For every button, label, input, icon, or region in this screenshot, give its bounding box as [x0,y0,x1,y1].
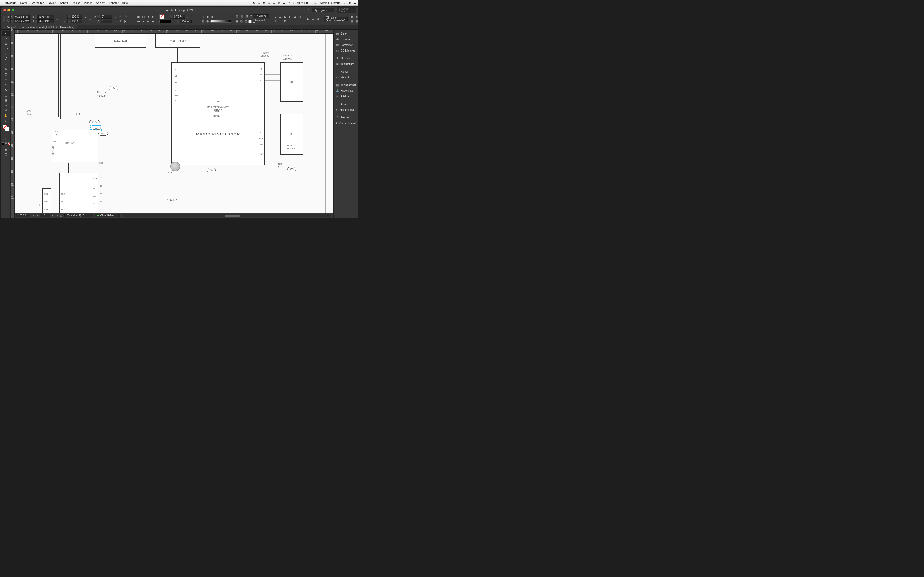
dd-icon[interactable]: ⌄ [113,15,117,19]
status-icon[interactable]: ⊕ [258,1,260,4]
menu-layout[interactable]: Layout [48,1,56,4]
flip-v-icon[interactable]: ⇵ [118,19,123,23]
distribute-h-icon[interactable]: ⫴ [273,19,278,23]
close-button[interactable] [3,9,6,11]
align-obj-top-icon[interactable]: ⊓ [288,15,292,19]
direct-selection-tool[interactable]: ▷ [2,36,10,41]
scale-y-field[interactable] [71,19,82,23]
tint-stepper[interactable]: ▴▾ [177,20,179,23]
cloud-icon[interactable]: ☁ [283,1,285,4]
h-field[interactable] [39,19,54,23]
menu-fenster[interactable]: Fenster [109,1,118,4]
menu-bearbeiten[interactable]: Bearbeiten [31,1,44,4]
stroke-weight-field[interactable] [173,15,185,19]
dd-icon[interactable]: ⌄ [113,19,117,23]
align-to-icon[interactable]: ⊞ [283,19,287,23]
workspace-switcher[interactable]: Typografie ⌄ [312,8,334,12]
note-tool[interactable]: ✑ [2,103,10,108]
app-menu[interactable]: InDesign [5,1,16,4]
apply-color-icon[interactable] [2,142,4,145]
nav-first-icon[interactable]: ⏮ [136,19,141,23]
menu-tabelle[interactable]: Tabelle [83,1,92,4]
menu-hilfe[interactable]: Hilfe [122,1,128,4]
key-obj-icon[interactable]: ▦ [316,17,320,21]
reference-point-grid[interactable] [3,16,5,23]
vertical-ruler[interactable]: 7580859095100105110115120125130135140 [11,30,15,218]
scissors-tool[interactable]: ✂ [2,82,10,87]
apply-text-icon[interactable]: T [2,136,10,142]
fill-swatch[interactable] [159,15,164,19]
dd-icon[interactable]: ⌄ [172,19,176,24]
tab-close-icon[interactable]: × [4,26,5,29]
sx-stepper[interactable]: ▴▾ [67,15,70,19]
constrain-icon[interactable]: ⛓ [55,17,58,21]
pencil-tool[interactable]: ✎ [2,67,10,72]
minimize-button[interactable] [8,9,10,11]
gap-tool[interactable]: ⟷ [2,46,10,51]
type-tool[interactable]: T [2,51,10,56]
panel-cc-libraries[interactable]: ▭CC Libraries [334,48,358,53]
clock[interactable]: 19:59 [310,1,318,4]
last-page-icon[interactable]: ⏭ [56,214,58,217]
view-mode-normal[interactable]: ▣ [2,147,10,152]
flip-h-icon[interactable]: ⇋ [128,15,132,19]
status-icon[interactable]: ◉ [263,1,265,4]
panel-absatzformate[interactable]: ¶Absatzformate [334,107,358,113]
rectangle-tool[interactable]: ▭ [2,77,10,82]
grid-3-icon[interactable]: ▤ [350,19,354,23]
grid-1-icon[interactable]: ▦ [350,15,354,19]
horizontal-ruler[interactable]: 1015202530354045505560657075808590951001… [15,30,333,34]
align-center-icon[interactable]: ▥ [240,14,244,18]
opacity-icon[interactable]: ◐ [205,19,210,23]
align-obj-hcenter-icon[interactable]: ⊐ [278,15,282,19]
textwrap-none-icon[interactable]: ▢ [200,15,205,19]
dist-space-v-icon[interactable]: ⊡ [311,17,315,21]
y-field[interactable] [14,19,30,23]
user-name[interactable]: Armin Hierstetter [320,1,341,4]
opacity-slider[interactable] [210,20,231,23]
select-prev-icon[interactable]: ◂ [146,15,150,19]
battery-status[interactable]: 55 % [ϟ] [297,1,308,4]
nav-next-icon[interactable]: ▸ [146,19,150,23]
menu-datei[interactable]: Datei [20,1,27,4]
panel-verlauf[interactable]: ▭Verlauf [334,74,358,80]
next-page-icon[interactable]: ▸ [52,214,53,217]
nav-prev-icon[interactable]: ◂ [141,19,145,23]
corner-icon[interactable]: ◰ [200,19,205,23]
scrollbar-thumb[interactable] [225,214,240,217]
apply-none-icon[interactable] [8,142,10,145]
rotate-field[interactable] [100,15,112,19]
align-obj-vcenter-icon[interactable]: ⊔ [293,15,297,19]
align-left-icon[interactable]: ▤ [235,14,239,18]
panel-textabschnitt[interactable]: ▤Textabschnitt [334,82,358,88]
rotate-cw-icon[interactable]: ↷ [123,15,128,19]
menu-ansicht[interactable]: Ansicht [96,1,105,4]
shear-field[interactable] [100,19,112,23]
dd-icon[interactable]: ⌄ [192,19,197,24]
siri-icon[interactable]: ◉ [348,1,351,4]
gradient-feather-tool[interactable]: ▦ [2,98,10,103]
fit-frame-icon[interactable]: ▣ [235,19,239,23]
first-page-icon[interactable]: ⏮ [32,214,34,217]
horizontal-scrollbar[interactable] [123,214,331,217]
dd-icon[interactable]: ⌄ [83,19,87,23]
panel-kontur[interactable]: ≡Kontur [334,69,358,74]
profile-dropdown[interactable]: [Grundprofil] (Ar…⌄ [65,214,93,218]
page-tool[interactable]: ⊞ [2,41,10,46]
weight-stepper[interactable]: ▴▾ [170,15,172,19]
share-icon[interactable]: ⇪ [307,8,309,12]
apply-container-icon[interactable]: ▢ [2,131,10,136]
adobe-stock-search[interactable]: ⌕Adobe Stock [337,7,356,13]
fill-stroke-swatch[interactable] [3,125,9,131]
select-next-icon[interactable]: ▸ [151,15,155,19]
dist-space-h-icon[interactable]: ⊡ [306,17,310,21]
rotate-ccw-icon[interactable]: ↶ [118,15,123,19]
shear-stepper[interactable]: ▴▾ [97,19,100,23]
hand-tool[interactable]: ✋ [2,113,10,118]
eyedropper-tool[interactable]: ✐ [2,108,10,113]
document-tab[interactable]: × *Apple-1 Operation Manual.indd @ 171 %… [1,25,77,29]
align-right-icon[interactable]: ▦ [245,14,249,18]
zoom-field[interactable]: 170,73 ⌄ [16,214,30,218]
y-stepper[interactable]: ▴▾ [10,19,13,23]
nav-last-icon[interactable]: ⏭ [151,19,155,23]
